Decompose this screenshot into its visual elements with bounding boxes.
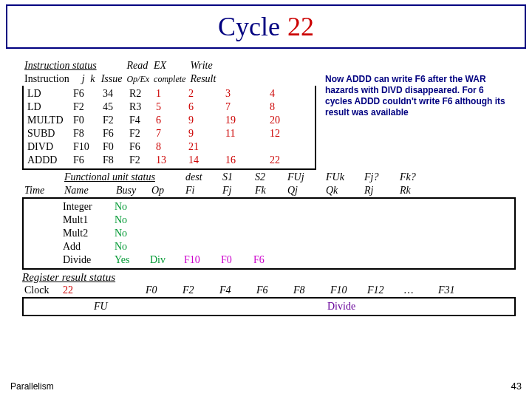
col-opex: Op/Ex	[124, 72, 151, 86]
col-busy: Busy	[114, 184, 149, 197]
reg-table: Clock 22 F0 F2 F4 F6 F8 F10 F12 … F31	[22, 284, 473, 297]
fu-cell: Divide	[325, 300, 362, 313]
cell: Divide	[61, 253, 112, 267]
cell: 7	[154, 127, 186, 140]
col-instruction: Instruction	[22, 72, 80, 86]
cell: 20	[267, 114, 300, 127]
table-row: Mult2 No	[25, 227, 432, 240]
col-s1: S1	[220, 171, 253, 184]
cell: F4	[127, 114, 154, 127]
col-rj: Rj	[362, 184, 398, 197]
instruction-rows-box: LD F6 34 R2 1 2 3 4 LD F2 45 R3 5 6 7	[22, 86, 316, 170]
fu-label: FU	[92, 300, 140, 313]
cell	[148, 200, 182, 214]
cell	[396, 253, 432, 267]
cell	[267, 140, 300, 154]
cell: 3	[223, 87, 267, 100]
col-fj: Fj	[220, 184, 253, 197]
cell: F6	[100, 127, 127, 140]
cell: LD	[25, 100, 71, 114]
cell: F6	[251, 253, 284, 267]
cell: F8	[100, 154, 127, 167]
cell: Mult2	[61, 227, 112, 240]
cell	[223, 140, 267, 154]
cell: 8	[267, 100, 300, 114]
col-fi: Fi	[183, 184, 220, 197]
cell: Div	[148, 253, 182, 267]
col-j: j	[80, 72, 89, 86]
cell: No	[112, 240, 148, 253]
fu-rows-table: Integer No Mult1 No Mult2 No	[25, 200, 432, 267]
table-row: Integer No	[25, 200, 432, 214]
cell: SUBD	[25, 127, 71, 140]
cell: 12	[267, 127, 300, 140]
col-fuj: FUj	[285, 171, 324, 184]
cell: 5	[154, 100, 186, 114]
cell: 11	[223, 127, 267, 140]
cell	[182, 200, 432, 214]
cell: Add	[61, 240, 112, 253]
table-row: LD F6 34 R2 1 2 3 4	[25, 87, 300, 100]
fu-cell	[362, 300, 399, 313]
table-row: LD F2 45 R3 5 6 7 8	[25, 100, 300, 114]
reg-col: F12	[365, 284, 402, 297]
cell: F2	[127, 154, 154, 167]
col-complete: complete	[151, 72, 188, 86]
cell	[284, 253, 322, 267]
cell: R3	[127, 100, 154, 114]
cell: 14	[186, 154, 223, 167]
cell: 6	[186, 100, 223, 114]
table-row: MULTD F0 F2 F4 6 9 19 20	[25, 114, 300, 127]
fu-cell	[177, 300, 214, 313]
reg-col: F4	[217, 284, 254, 297]
col-time: Time	[22, 184, 62, 197]
table-row: SUBD F8 F6 F2 7 9 11 12	[25, 127, 300, 140]
cell: DIVD	[25, 140, 71, 154]
cell	[322, 253, 361, 267]
cell: F6	[71, 154, 100, 167]
col-op: Op	[149, 184, 183, 197]
cell: F2	[71, 100, 100, 114]
col-qk: Qk	[324, 184, 362, 197]
col-dest: dest	[183, 171, 220, 184]
col-fjq: Fj?	[362, 171, 398, 184]
reg-col: …	[402, 284, 436, 297]
cell: ADDD	[25, 154, 71, 167]
cell: F6	[127, 140, 154, 154]
fu-cell	[288, 300, 325, 313]
cell: No	[112, 214, 148, 227]
cell: F2	[100, 114, 127, 127]
cell: MULTD	[25, 114, 71, 127]
cell: F2	[127, 127, 154, 140]
reg-status-section: Register result status Clock 22 F0 F2 F4…	[22, 270, 517, 316]
reg-fu-box: FU Divide	[22, 297, 516, 316]
cell: F10	[182, 253, 219, 267]
col-fkq: Fk?	[398, 171, 433, 184]
fu-heading: Functional unit status	[62, 171, 183, 184]
cell: 4	[267, 87, 300, 100]
col-qj: Qj	[285, 184, 324, 197]
cell: F6	[71, 87, 100, 100]
fu-cell	[251, 300, 288, 313]
title-word-1: Cycle	[218, 11, 280, 42]
instr-status-heading: Instruction status	[22, 59, 99, 72]
fu-header-table: Functional unit status dest S1 S2 FUj FU…	[22, 171, 433, 197]
cell: 2	[186, 87, 223, 100]
clock-value: 22	[61, 284, 95, 297]
cell: 22	[267, 154, 300, 167]
cell: 19	[223, 114, 267, 127]
reg-col: F2	[180, 284, 217, 297]
cell: Mult1	[61, 214, 112, 227]
footer-left: Parallelism	[10, 381, 54, 392]
col-write: Write	[188, 59, 218, 72]
col-read: Read	[124, 59, 151, 72]
fu-cell	[433, 300, 470, 313]
col-rk: Rk	[398, 184, 433, 197]
cell: 9	[186, 127, 223, 140]
col-name: Name	[62, 184, 114, 197]
col-issue: Issue	[99, 72, 125, 86]
cell: No	[112, 200, 148, 214]
cell: F8	[71, 127, 100, 140]
cell: F0	[71, 114, 100, 127]
cell: 34	[100, 87, 127, 100]
